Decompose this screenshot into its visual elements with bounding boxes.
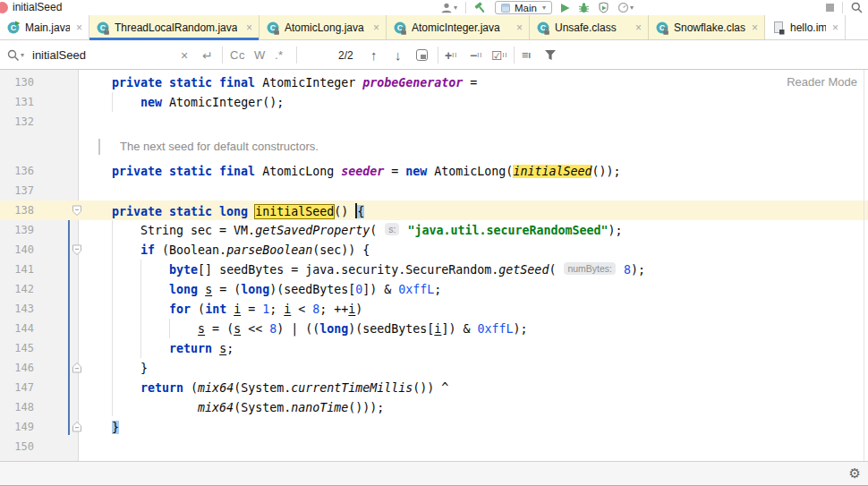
tab-Snowflake-class[interactable]: CSnowflake.class× <box>649 15 765 39</box>
settings-gear-icon[interactable]: ⚙ <box>849 465 861 482</box>
code-line[interactable]: 136 private static final AtomicLong seed… <box>0 161 868 181</box>
reader-mode-label[interactable]: Reader Mode <box>787 75 857 89</box>
code-line[interactable]: 141 byte[] seedBytes = java.security.Sec… <box>0 260 868 279</box>
scrollbar-track[interactable] <box>864 70 864 461</box>
code-text[interactable]: return (mix64(System.currentTimeMillis()… <box>34 381 448 395</box>
run-with-coverage-button[interactable] <box>598 1 609 15</box>
add-occurrence-button[interactable]: +II <box>445 40 457 70</box>
status-bar: ⚙ <box>0 461 868 486</box>
run-button[interactable] <box>560 1 570 15</box>
remove-occurrence-button[interactable]: −II <box>470 40 482 70</box>
previous-occurrence-button[interactable]: ↑ <box>370 40 378 70</box>
line-number: 131 <box>0 92 34 112</box>
tab-label: Snowflake.class <box>674 21 745 34</box>
code-text[interactable]: mix64(System.nanoTime())); <box>34 401 384 414</box>
code-line[interactable]: 140 if (Boolean.parseBoolean(sec)) { <box>0 240 868 260</box>
tab-label: Unsafe.class <box>555 21 617 34</box>
code-line[interactable]: 130 private static final AtomicInteger p… <box>0 72 868 92</box>
match-case-toggle[interactable]: Cc <box>230 40 245 70</box>
code-text[interactable]: String sec = VM.getSavedProperty( s: "ja… <box>34 223 623 237</box>
code-line[interactable]: 142 long s = (long)(seedBytes[0]) & 0xff… <box>0 279 868 299</box>
close-tab-icon[interactable]: × <box>74 22 84 33</box>
fold-marker-icon[interactable] <box>72 244 82 256</box>
run-configuration-select[interactable]: Main ▾ <box>495 1 552 14</box>
line-number: 130 <box>0 72 34 92</box>
search-everywhere-button[interactable] <box>851 1 863 15</box>
window-square-icon <box>416 49 428 61</box>
code-text[interactable]: for (int i = 1; i < 8; ++i) <box>34 303 362 316</box>
select-all-occurrences-button[interactable]: ☑II <box>491 40 507 70</box>
code-line[interactable]: 145 return s; <box>0 338 868 358</box>
code-text[interactable]: if (Boolean.parseBoolean(sec)) { <box>34 243 370 257</box>
code-text[interactable]: byte[] seedBytes = java.security.SecureR… <box>34 262 645 277</box>
tab-Unsafe-class[interactable]: CUnsafe.class× <box>530 15 649 39</box>
code-line[interactable]: 146 } <box>0 358 868 378</box>
window-title: initialSeed <box>13 1 62 13</box>
iml-icon <box>771 21 786 35</box>
coverage-shield-icon <box>598 2 609 13</box>
close-tab-icon[interactable]: × <box>371 22 381 33</box>
tab-hello-iml[interactable]: hello.iml× <box>765 15 846 39</box>
find-bar: ▾ initialSeed × ↵ Cc W .* 2/2 ↑ ↓ +II −I… <box>0 40 868 70</box>
folded-comment-text[interactable]: The next seed for default constructors. <box>120 140 319 153</box>
code-text[interactable]: private static final AtomicLong seeder =… <box>34 165 620 178</box>
fold-marker-icon[interactable] <box>72 422 82 433</box>
line-number: 138 <box>0 200 34 220</box>
code-line[interactable]: 137 <box>0 181 868 200</box>
search-icon <box>851 2 863 13</box>
code-line[interactable]: 143 for (int i = 1; i < 8; ++i) <box>0 299 868 319</box>
separator <box>514 47 515 64</box>
tab-AtomicLong-java[interactable]: CAtomicLong.java× <box>260 15 387 39</box>
code-text[interactable]: long s = (long)(seedBytes[0]) & 0xffL; <box>34 283 441 296</box>
code-line[interactable]: 138 private static long initialSeed() { <box>0 200 868 220</box>
code-line[interactable]: 149 } <box>0 417 868 437</box>
search-icon <box>7 49 20 62</box>
close-tab-icon[interactable]: × <box>634 22 643 33</box>
clear-search-icon[interactable]: × <box>181 40 188 70</box>
user-account-button[interactable]: ▾ <box>440 1 457 15</box>
filter-search-results-button[interactable] <box>544 40 557 70</box>
class-lock-icon: C <box>536 21 550 35</box>
close-tab-icon[interactable]: × <box>515 22 524 33</box>
tab-AtomicInteger-java[interactable]: CAtomicInteger.java× <box>387 15 530 39</box>
play-icon <box>560 3 570 13</box>
code-editor[interactable]: 130 private static final AtomicInteger p… <box>0 70 868 461</box>
stop-button-icon[interactable] <box>826 4 834 12</box>
code-line[interactable]: 139 String sec = VM.getSavedProperty( s:… <box>0 220 868 240</box>
profiler-button[interactable]: ▾ <box>617 1 634 15</box>
search-input[interactable]: initialSeed <box>32 40 86 70</box>
fold-marker-icon[interactable] <box>72 362 82 374</box>
close-tab-icon[interactable]: × <box>750 22 760 33</box>
code-text[interactable]: private static final AtomicInteger probe… <box>34 76 477 90</box>
line-number: 139 <box>0 220 34 240</box>
open-in-find-window-button[interactable] <box>416 40 428 70</box>
folded-comment-line[interactable]: The next seed for default constructors. <box>0 132 868 161</box>
code-line[interactable]: 144 s = (s << 8) | ((long)(seedBytes[i])… <box>0 319 868 338</box>
close-tab-icon[interactable]: × <box>830 22 840 33</box>
line-number: 150 <box>0 437 34 456</box>
code-line[interactable]: 131 new AtomicInteger(); <box>0 92 868 112</box>
whole-words-toggle[interactable]: W <box>254 40 266 70</box>
tab-Main-java[interactable]: CMain.java× <box>0 15 89 39</box>
search-history-button[interactable]: ▾ <box>7 40 24 70</box>
close-tab-icon[interactable]: × <box>244 22 254 33</box>
code-line[interactable]: 132 <box>0 112 868 132</box>
fold-marker-icon[interactable] <box>72 205 82 217</box>
search-options-button[interactable]: ≡I <box>522 40 531 70</box>
line-number: 145 <box>0 338 34 358</box>
code-line[interactable]: 148 mix64(System.nanoTime())); <box>0 397 868 417</box>
code-text[interactable]: private static long initialSeed() { <box>34 203 364 218</box>
code-text[interactable]: } <box>34 362 148 375</box>
code-text[interactable]: new AtomicInteger(); <box>34 96 284 109</box>
regex-toggle[interactable]: .* <box>275 40 284 70</box>
build-button[interactable] <box>474 1 487 15</box>
code-line[interactable]: 150 <box>0 437 868 456</box>
new-line-icon[interactable]: ↵ <box>202 40 213 70</box>
code-line[interactable]: 147 return (mix64(System.currentTimeMill… <box>0 378 868 397</box>
code-text[interactable]: s = (s << 8) | ((long)(seedBytes[i]) & 0… <box>34 322 527 336</box>
code-text[interactable]: The next seed for default constructors. <box>34 139 319 155</box>
tab-ThreadLocalRandom-java[interactable]: CThreadLocalRandom.java× <box>89 15 260 39</box>
debug-button[interactable] <box>578 1 590 15</box>
code-text[interactable]: return s; <box>34 342 234 355</box>
next-occurrence-button[interactable]: ↓ <box>395 40 402 70</box>
